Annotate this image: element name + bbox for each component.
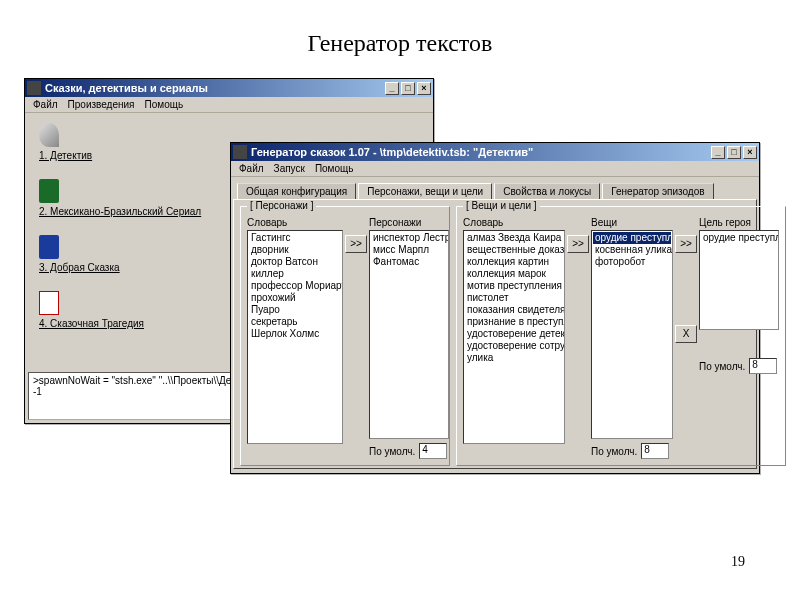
titlebar-generator[interactable]: Генератор сказок 1.07 - \tmp\detektiv.ts… [231, 143, 759, 161]
menubar: Файл Запуск Помощь [231, 161, 759, 177]
listbox-things-dict[interactable]: алмаз Звезда Каира вещественные доказа к… [463, 230, 565, 444]
tab-properties[interactable]: Свойства и локусы [494, 183, 600, 199]
list-item[interactable]: орудие преступления [701, 232, 777, 244]
default-goal-input[interactable]: 8 [749, 358, 777, 374]
tab-panel: [ Персонажи ] Словарь Гастингс дворник д… [233, 199, 757, 469]
list-item[interactable]: прохожий [249, 292, 341, 304]
label-dictionary: Словарь [463, 217, 565, 228]
listbox-things[interactable]: орудие преступления косвенная улика фото… [591, 230, 673, 439]
maximize-button[interactable]: □ [727, 146, 741, 159]
list-item[interactable]: секретарь [249, 316, 341, 328]
list-item[interactable]: удостоверение детект [465, 328, 563, 340]
menubar: Файл Произведения Помощь [25, 97, 433, 113]
listbox-goal[interactable]: орудие преступления [699, 230, 779, 330]
desktop-item-label: 1. Детектив [39, 150, 199, 161]
list-item[interactable]: орудие преступления [593, 232, 671, 244]
list-item[interactable]: Фантомас [371, 256, 447, 268]
group-persons: [ Персонажи ] Словарь Гастингс дворник д… [240, 206, 450, 466]
list-item[interactable]: алмаз Звезда Каира [465, 232, 563, 244]
list-item[interactable]: мисс Марпл [371, 244, 447, 256]
list-item[interactable]: Шерлок Холмс [249, 328, 341, 340]
group-legend: [ Персонажи ] [247, 200, 316, 211]
tab-persons[interactable]: Персонажи, вещи и цели [358, 183, 492, 199]
list-item[interactable]: Гастингс [249, 232, 341, 244]
label-hero-goal: Цель героя [699, 217, 779, 228]
list-item[interactable]: улика [465, 352, 563, 364]
document-icon [39, 291, 59, 315]
desktop-item-label: 3. Добрая Сказка [39, 262, 199, 273]
desktop-item-label: 2. Мексикано-Бразильский Сериал [39, 206, 199, 217]
titlebar-skazki[interactable]: Сказки, детективы и сериалы _ □ × [25, 79, 433, 97]
list-item[interactable]: инспектор Лестрейд [371, 232, 447, 244]
menu-works[interactable]: Произведения [68, 99, 135, 110]
magnifier-icon [39, 123, 59, 147]
book-icon [39, 179, 59, 203]
list-item[interactable]: дворник [249, 244, 341, 256]
menu-help[interactable]: Помощь [145, 99, 184, 110]
list-item[interactable]: мотив преступления [465, 280, 563, 292]
label-dictionary: Словарь [247, 217, 343, 228]
list-item[interactable]: пистолет [465, 292, 563, 304]
close-button[interactable]: × [743, 146, 757, 159]
app-icon [233, 145, 247, 159]
menu-file[interactable]: Файл [239, 163, 264, 174]
list-item[interactable]: фоторобот [593, 256, 671, 268]
list-item[interactable]: вещественные доказа [465, 244, 563, 256]
list-item[interactable]: коллекция марок [465, 268, 563, 280]
desktop-item-detective[interactable]: 1. Детектив [39, 123, 199, 161]
default-persons-input[interactable]: 4 [419, 443, 447, 459]
move-right-button[interactable]: >> [675, 235, 697, 253]
desktop-item-skazka[interactable]: 3. Добрая Сказка [39, 235, 199, 273]
window-generator: Генератор сказок 1.07 - \tmp\detektiv.ts… [230, 142, 760, 474]
move-right-button[interactable]: >> [345, 235, 367, 253]
maximize-button[interactable]: □ [401, 82, 415, 95]
close-button[interactable]: × [417, 82, 431, 95]
list-item[interactable]: показания свидетеля [465, 304, 563, 316]
page-title: Генератор текстов [0, 30, 800, 57]
label-default: По умолч. [591, 446, 637, 457]
tab-config[interactable]: Общая конфигурация [237, 183, 356, 199]
list-item[interactable]: Пуаро [249, 304, 341, 316]
label-default: По умолч. [699, 361, 745, 372]
listbox-persons-dict[interactable]: Гастингс дворник доктор Ватсон киллер пр… [247, 230, 343, 444]
tab-bar: Общая конфигурация Персонажи, вещи и цел… [231, 177, 759, 199]
listbox-persons[interactable]: инспектор Лестрейд мисс Марпл Фантомас [369, 230, 449, 439]
list-item[interactable]: киллер [249, 268, 341, 280]
tab-episodes[interactable]: Генератор эпизодов [602, 183, 713, 199]
default-things-input[interactable]: 8 [641, 443, 669, 459]
group-legend: [ Вещи и цели ] [463, 200, 540, 211]
list-item[interactable]: доктор Ватсон [249, 256, 341, 268]
minimize-button[interactable]: _ [385, 82, 399, 95]
app-icon [27, 81, 41, 95]
group-things: [ Вещи и цели ] Словарь алмаз Звезда Каи… [456, 206, 786, 466]
list-item[interactable]: косвенная улика [593, 244, 671, 256]
list-item[interactable]: признание в преступле [465, 316, 563, 328]
menu-file[interactable]: Файл [33, 99, 58, 110]
page-number: 19 [731, 554, 745, 570]
menu-run[interactable]: Запуск [274, 163, 305, 174]
list-item[interactable]: удостоверение сотруд [465, 340, 563, 352]
title-text: Генератор сказок 1.07 - \tmp\detektiv.ts… [251, 146, 707, 158]
desktop-item-label: 4. Сказочная Трагедия [39, 318, 199, 329]
menu-help[interactable]: Помощь [315, 163, 354, 174]
desktop-item-serial[interactable]: 2. Мексикано-Бразильский Сериал [39, 179, 199, 217]
move-right-button[interactable]: >> [567, 235, 589, 253]
label-default: По умолч. [369, 446, 415, 457]
desktop-item-tragedy[interactable]: 4. Сказочная Трагедия [39, 291, 199, 329]
book-icon [39, 235, 59, 259]
list-item[interactable]: коллекция картин [465, 256, 563, 268]
list-item[interactable]: профессор Мориарти [249, 280, 341, 292]
label-persons: Персонажи [369, 217, 449, 228]
remove-button[interactable]: X [675, 325, 697, 343]
label-things: Вещи [591, 217, 673, 228]
title-text: Сказки, детективы и сериалы [45, 82, 381, 94]
minimize-button[interactable]: _ [711, 146, 725, 159]
